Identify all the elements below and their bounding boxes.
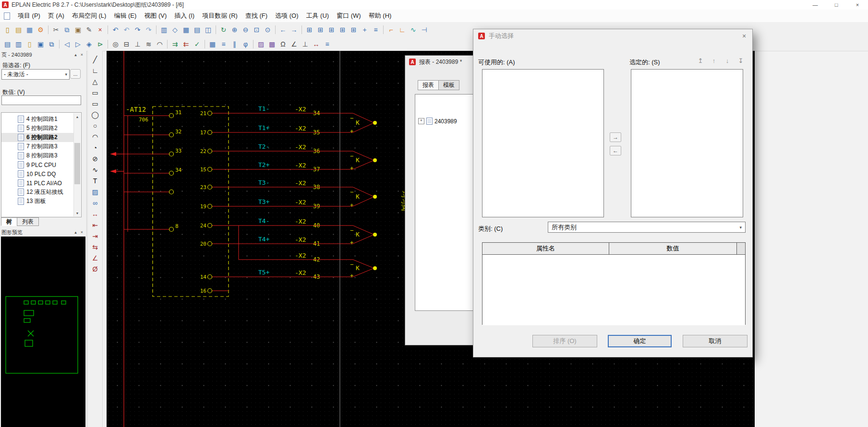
menu-item-4[interactable]: 视图 (V) — [140, 10, 170, 22]
resistance-icon[interactable]: Ω — [278, 39, 288, 49]
page-tree-item[interactable]: 9 PLC CPU — [1, 160, 74, 169]
selected-list[interactable] — [631, 69, 743, 217]
page-tree-item[interactable]: 5 控制回路2 — [1, 124, 74, 133]
page-tree-item[interactable]: 10 PLC DQ — [1, 169, 74, 178]
filter-select[interactable]: - 未激活 - ▾ — [1, 69, 70, 80]
zoom-in-icon[interactable]: ⊕ — [229, 25, 240, 35]
scroll-up-icon[interactable]: ▲ — [74, 113, 81, 120]
image-tool-icon[interactable]: ▨ — [90, 187, 100, 197]
menu-item-0[interactable]: 项目 (P) — [14, 10, 44, 22]
hyperlink-tool-icon[interactable]: ∞ — [90, 198, 100, 208]
redraw-icon[interactable]: ↻ — [218, 25, 229, 35]
column-property-name[interactable]: 属性名 — [482, 243, 609, 254]
grid-size-c-icon[interactable]: ⊞ — [338, 25, 348, 35]
insert-macro-icon[interactable]: ⊳ — [95, 39, 105, 49]
align-to-grid-icon[interactable]: ≡ — [371, 25, 381, 35]
preview-panel-header[interactable]: 图形预览 ▴ × — [0, 228, 86, 236]
preview-close-icon[interactable]: × — [79, 229, 85, 235]
dimension-diameter-icon[interactable]: Ø — [90, 264, 100, 274]
ortho-mode-icon[interactable]: ∟ — [397, 25, 407, 35]
snap-mode-icon[interactable]: ⌐ — [386, 25, 396, 35]
format-painter-icon[interactable]: ✎ — [84, 25, 94, 35]
cancel-button[interactable]: 取消 — [683, 335, 747, 347]
sector-tool-icon[interactable]: ◔ — [90, 142, 100, 153]
menu-item-8[interactable]: 选项 (O) — [271, 10, 302, 22]
filter-more-button[interactable]: ... — [70, 69, 81, 79]
report-tree-root-item[interactable]: + 2403989 — [418, 118, 457, 125]
move-left-button[interactable]: ← — [610, 146, 621, 155]
page-tree-item[interactable]: 13 面板 — [1, 197, 74, 206]
redo-history-icon[interactable]: ↷ — [144, 25, 154, 35]
dimension-angle-icon[interactable]: ∠ — [90, 253, 100, 263]
value-input[interactable] — [1, 95, 81, 105]
device-navigator-icon[interactable]: ▦ — [181, 25, 191, 35]
panel-collapse-icon[interactable]: ▴ — [72, 52, 79, 58]
scroll-down-icon[interactable]: ▼ — [74, 210, 81, 216]
new-page-icon[interactable]: ▯ — [2, 25, 12, 35]
zoom-page-icon[interactable]: ⊙ — [263, 25, 273, 35]
tab-templates[interactable]: 模板 — [438, 80, 459, 90]
dimension-linear-icon[interactable]: ↔ — [90, 209, 100, 219]
graphical-preview[interactable] — [1, 237, 85, 427]
delete-icon[interactable]: × — [95, 25, 105, 35]
new-page-2-icon[interactable]: ▯ — [24, 39, 35, 49]
open-project-icon[interactable]: ▤ — [13, 25, 24, 35]
graphical-preview-icon[interactable]: ◫ — [203, 25, 213, 35]
cable-navigator-icon[interactable]: ≡ — [218, 39, 229, 49]
terminal-navigator-icon[interactable]: ∥ — [229, 39, 240, 49]
undo-icon[interactable]: ↶ — [110, 25, 121, 35]
previous-page-icon[interactable]: ← — [278, 25, 288, 35]
fill-pattern-icon[interactable]: ▩ — [267, 39, 277, 49]
dimension-baseline-icon[interactable]: ⇥ — [90, 231, 100, 241]
move-down-icon[interactable]: ↓ — [722, 56, 733, 65]
ground-icon[interactable]: ⊥ — [300, 39, 310, 49]
line-tool-icon[interactable]: ╱ — [90, 54, 100, 64]
hatch-pattern-icon[interactable]: ▨ — [256, 39, 266, 49]
dialog-title-bar[interactable]: A 手动选择 × — [473, 29, 752, 43]
dimension-chain-icon[interactable]: ⇆ — [90, 242, 100, 252]
polyline-tool-icon[interactable]: ∟ — [90, 65, 100, 75]
page-properties-icon[interactable]: ▣ — [36, 39, 46, 49]
move-right-button[interactable]: → — [610, 132, 621, 142]
page-tree-item[interactable]: 11 PLC AI/AO — [1, 178, 74, 188]
next-sheet-icon[interactable]: ▷ — [73, 39, 83, 49]
expand-icon[interactable]: + — [418, 118, 424, 124]
minimize-icon[interactable]: — — [805, 0, 826, 10]
close-icon[interactable]: × — [847, 0, 868, 10]
properties-table-body[interactable] — [482, 255, 745, 325]
page-tree-item[interactable]: 12 液压站接线 — [1, 188, 74, 197]
undo-history-icon[interactable]: ↶ — [121, 25, 132, 35]
spline-tool-icon[interactable]: ∿ — [90, 165, 100, 175]
update-connections-icon[interactable]: ⇉ — [170, 39, 180, 49]
connection-symbol-icon[interactable]: ⊣ — [419, 25, 429, 35]
tab-tree[interactable]: 树 — [1, 217, 17, 226]
menu-item-10[interactable]: 窗口 (W) — [333, 10, 365, 22]
preview-collapse-icon[interactable]: ▴ — [72, 229, 79, 235]
paste-icon[interactable]: ▣ — [73, 25, 83, 35]
grid-size-a-icon[interactable]: ⊞ — [315, 25, 326, 35]
page-navigator-icon[interactable]: ▤ — [192, 25, 202, 35]
circle-tool-icon[interactable]: ○ — [90, 120, 100, 130]
grid-size-d-icon[interactable]: ⊞ — [349, 25, 359, 35]
dimension-icon[interactable]: ↔ — [311, 39, 321, 49]
sort-button[interactable]: 排序 (O) — [532, 335, 597, 347]
pages-panel-header[interactable]: 页 - 2403989 ▴ × — [0, 51, 86, 59]
previous-sheet-icon[interactable]: ◁ — [62, 39, 72, 49]
insert-connection-icon[interactable]: ⇇ — [181, 39, 191, 49]
zoom-out-icon[interactable]: ⊖ — [241, 25, 251, 35]
available-list[interactable] — [482, 69, 604, 217]
grid-size-b-icon[interactable]: ⊞ — [326, 25, 337, 35]
grid-display-icon[interactable]: ⊞ — [304, 25, 314, 35]
move-up-icon[interactable]: ↑ — [709, 56, 719, 65]
rectangle-tool-icon[interactable]: ▭ — [90, 87, 100, 97]
maximize-icon[interactable]: □ — [826, 0, 847, 10]
page-tree-item[interactable]: 6 控制回路2 — [1, 133, 74, 142]
zoom-window-icon[interactable]: ⊡ — [252, 25, 262, 35]
tab-list[interactable]: 列表 — [17, 217, 39, 226]
pages-list-icon[interactable]: ▥ — [13, 39, 24, 49]
move-to-top-icon[interactable]: ↥ — [695, 56, 706, 65]
page-tree-item[interactable]: 8 控制回路3 — [1, 151, 74, 160]
pages-tree-icon[interactable]: ▤ — [2, 39, 12, 49]
copy-icon[interactable]: ⧉ — [62, 25, 72, 35]
page-tree-item[interactable]: 4 控制回路1 — [1, 115, 74, 124]
